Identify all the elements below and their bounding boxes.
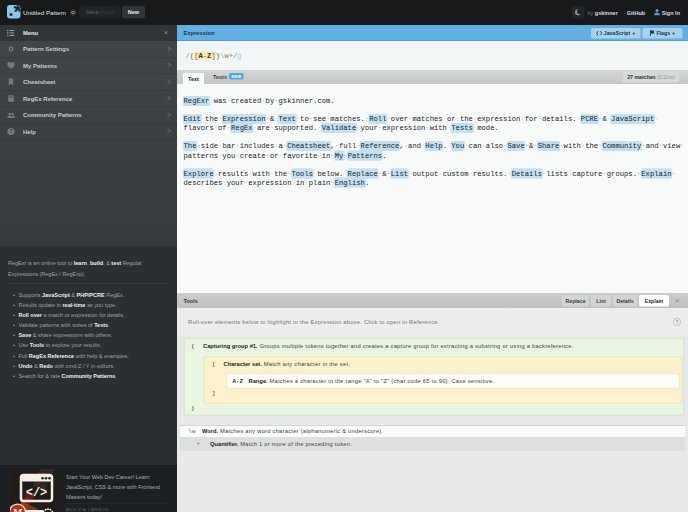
svg-text:?: ?: [9, 128, 12, 134]
svg-text:M: M: [12, 506, 24, 512]
svg-text:</>: </>: [26, 486, 48, 500]
